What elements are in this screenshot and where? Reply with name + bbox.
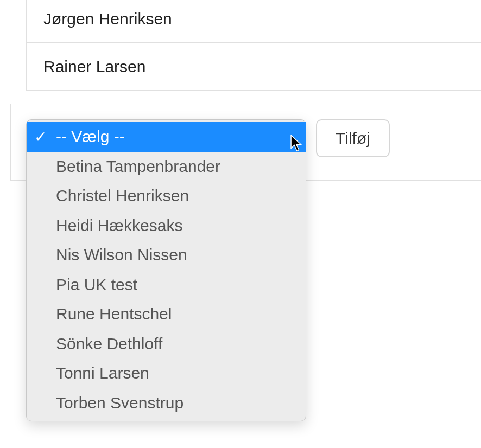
dropdown-option-label: Torben Svenstrup [34, 391, 298, 416]
dropdown-option-label: Tonni Larsen [34, 361, 298, 386]
dropdown-option[interactable]: Heidi Hækkesaks [27, 211, 306, 241]
list-item-name: Jørgen Henriksen [43, 10, 172, 28]
dropdown-option-placeholder[interactable]: ✓ -- Vælg -- [27, 122, 306, 152]
dropdown-option-label: Heidi Hækkesaks [34, 213, 298, 239]
list-item: Rainer Larsen [27, 42, 481, 90]
existing-names-list: Jørgen Henriksen Rainer Larsen [26, 0, 481, 91]
panel-border [10, 104, 11, 180]
dropdown-option-label: -- Vælg -- [56, 124, 298, 150]
add-person-controls: ✓ -- Vælg -- Betina Tampenbrander Christ… [26, 119, 390, 421]
dropdown-option-label: Sönke Dethloff [34, 331, 298, 357]
person-select-dropdown[interactable]: ✓ -- Vælg -- Betina Tampenbrander Christ… [26, 119, 306, 421]
dropdown-option[interactable]: Betina Tampenbrander [27, 152, 306, 182]
dropdown-option-label: Nis Wilson Nissen [34, 242, 298, 268]
dropdown-option[interactable]: Tonni Larsen [27, 359, 306, 388]
dropdown-option-label: Betina Tampenbrander [34, 154, 298, 180]
list-item-name: Rainer Larsen [43, 57, 145, 75]
list-item: Jørgen Henriksen [27, 0, 481, 42]
dropdown-option[interactable]: Rune Hentschel [27, 299, 306, 329]
dropdown-option[interactable]: Christel Henriksen [27, 181, 306, 211]
dropdown-option[interactable]: Torben Svenstrup [27, 388, 306, 418]
checkmark-icon: ✓ [34, 125, 56, 149]
dropdown-option-label: Rune Hentschel [34, 302, 298, 327]
add-button[interactable]: Tilføj [316, 119, 390, 157]
dropdown-option[interactable]: Nis Wilson Nissen [27, 240, 306, 270]
dropdown-option[interactable]: Sönke Dethloff [27, 329, 306, 359]
dropdown-option[interactable]: Pia UK test [27, 270, 306, 300]
dropdown-option-label: Pia UK test [34, 272, 298, 298]
dropdown-option-label: Christel Henriksen [34, 183, 298, 209]
